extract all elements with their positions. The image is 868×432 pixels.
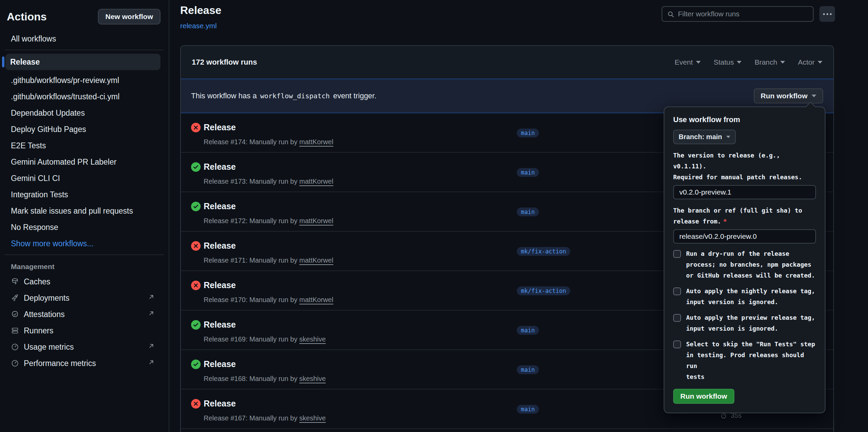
run-status-icon: [191, 399, 201, 409]
actions-page: Actions New workflow All workflows Relea…: [0, 0, 868, 432]
banner-text-prefix: This workflow has a: [191, 92, 257, 100]
sidebar-item-label: Usage metrics: [24, 343, 74, 352]
sidebar-item-no-response[interactable]: No Response: [0, 219, 169, 235]
ref-input[interactable]: [673, 229, 816, 244]
sidebar-item-runners[interactable]: Runners: [0, 322, 169, 339]
branch-badge[interactable]: main: [517, 326, 539, 335]
run-actor-link[interactable]: mattKorwel: [299, 138, 333, 146]
sidebar-item-performance-metrics[interactable]: Performance metrics: [0, 355, 169, 371]
dry-run-checkbox[interactable]: [673, 250, 681, 258]
run-description: Release #172: Manually run by mattKorwel: [204, 217, 333, 225]
workflow-file-link[interactable]: release.yml: [180, 22, 217, 30]
sidebar-item-attestations[interactable]: Attestations: [0, 306, 169, 322]
sidebar-item-integration-tests[interactable]: Integration Tests: [0, 186, 169, 203]
run-title-link[interactable]: Release: [204, 201, 236, 211]
sidebar-item-gemini-pr-labeler[interactable]: Gemini Automated PR Labeler: [0, 154, 169, 170]
branch-badge[interactable]: main: [517, 168, 539, 177]
sidebar-item-deployments[interactable]: Deployments: [0, 290, 169, 306]
run-title-link[interactable]: Release: [204, 162, 236, 172]
status-filter-dropdown[interactable]: Status: [714, 58, 742, 66]
run-title-link[interactable]: Release: [204, 241, 236, 251]
run-title-link[interactable]: Release: [204, 320, 236, 330]
run-description: Release #173: Manually run by mattKorwel: [204, 178, 333, 185]
run-title-link[interactable]: Release: [204, 359, 236, 369]
sidebar-item-deploy-github-pages[interactable]: Deploy GitHub Pages: [0, 121, 169, 137]
sidebar-item-release-wrap: Release: [5, 54, 160, 70]
branch-badge[interactable]: main: [517, 405, 539, 414]
new-workflow-button[interactable]: New workflow: [98, 9, 160, 24]
runs-filters: Event Status Branch Actor: [675, 58, 822, 66]
event-filter-dropdown[interactable]: Event: [675, 58, 701, 66]
sidebar-item-mark-stale[interactable]: Mark stale issues and pull requests: [0, 203, 169, 219]
x-circle-fill-icon: [191, 241, 201, 251]
workflow-dispatch-code: workflow_dispatch: [257, 92, 333, 100]
x-circle-fill-icon: [191, 281, 201, 290]
selected-indicator-bar: [2, 56, 4, 67]
run-actor-link[interactable]: mattKorwel: [299, 178, 333, 185]
sidebar-item-label: Caches: [24, 277, 50, 286]
sidebar-item-e2e-tests[interactable]: E2E Tests: [0, 137, 169, 154]
run-actor-link[interactable]: mattKorwel: [299, 217, 333, 225]
skip-tests-checkbox[interactable]: [673, 340, 681, 348]
run-actor-link[interactable]: skeshive: [299, 414, 326, 422]
branch-badge[interactable]: main: [517, 365, 539, 374]
chevron-down-icon: [812, 95, 816, 97]
run-description: Release #170: Manually run by mattKorwel: [204, 296, 333, 304]
sidebar-item-gemini-cli-ci[interactable]: Gemini CLI CI: [0, 170, 169, 186]
external-link-icon: [148, 342, 155, 352]
show-more-workflows-link[interactable]: Show more workflows...: [0, 235, 169, 252]
sidebar-item-release[interactable]: Release: [5, 54, 160, 70]
external-link-icon: [148, 310, 155, 319]
server-icon: [11, 327, 19, 335]
verified-icon: [11, 310, 19, 318]
chevron-down-icon: [780, 61, 785, 64]
run-title-link[interactable]: Release: [204, 399, 236, 409]
sidebar-item-pr-review[interactable]: .github/workflows/pr-review.yml: [0, 72, 169, 88]
run-actor-link[interactable]: mattKorwel: [299, 256, 333, 264]
run-workflow-dropdown-button[interactable]: Run workflow: [754, 88, 823, 103]
version-input-label: The version to release (e.g., v0.1.11). …: [673, 150, 816, 183]
nightly-tag-checkbox-row: Auto apply the nightly release tag, inpu…: [673, 286, 816, 308]
sidebar-item-all-workflows[interactable]: All workflows: [0, 31, 169, 47]
run-description: Release #174: Manually run by mattKorwel: [204, 138, 333, 146]
branch-badge[interactable]: mk/fix-action: [517, 247, 570, 256]
sidebar-item-trusted-ci[interactable]: .github/workflows/trusted-ci.yml: [0, 88, 169, 105]
external-link-icon: [148, 293, 155, 303]
preview-tag-checkbox[interactable]: [673, 314, 681, 322]
branch-filter-dropdown[interactable]: Branch: [754, 58, 785, 66]
sidebar-item-caches[interactable]: Caches: [0, 273, 169, 290]
meter-icon: [11, 343, 19, 351]
run-actor-link[interactable]: mattKorwel: [299, 296, 333, 303]
nightly-tag-checkbox[interactable]: [673, 287, 681, 295]
run-workflow-submit-button[interactable]: Run workflow: [673, 389, 734, 404]
branch-selector-button[interactable]: Branch: main: [673, 130, 736, 144]
chevron-down-icon: [696, 61, 701, 64]
run-actor-link[interactable]: skeshive: [299, 335, 326, 343]
sidebar-title: Actions: [7, 11, 47, 23]
dry-run-checkbox-row: Run a dry-run of the release process; no…: [673, 248, 816, 281]
runs-card-header: 172 workflow runs Event Status Branch Ac…: [181, 46, 833, 79]
search-icon: [667, 11, 675, 18]
branch-badge[interactable]: mk/fix-action: [517, 286, 570, 295]
run-description: Release #167: Manually run by skeshive: [204, 414, 326, 422]
branch-badge[interactable]: main: [517, 129, 539, 137]
run-status-icon: [191, 360, 201, 369]
actions-sidebar: Actions New workflow All workflows Relea…: [0, 0, 169, 432]
filter-workflow-runs-input[interactable]: [678, 7, 812, 21]
sidebar-item-dependabot-updates[interactable]: Dependabot Updates: [0, 105, 169, 121]
dry-run-checkbox-label: Run a dry-run of the release process; no…: [686, 248, 815, 281]
branch-badge[interactable]: main: [517, 207, 539, 216]
page-title: Release: [180, 4, 221, 17]
sidebar-item-usage-metrics[interactable]: Usage metrics: [0, 339, 169, 355]
run-title-link[interactable]: Release: [204, 122, 236, 132]
skip-tests-checkbox-row: Select to skip the "Run Tests" step in t…: [673, 339, 816, 382]
run-title-link[interactable]: Release: [204, 280, 236, 290]
run-status-icon: [191, 241, 201, 251]
run-status-icon: [191, 123, 201, 132]
page-options-kebab-button[interactable]: [819, 6, 835, 22]
chevron-down-icon: [726, 136, 730, 138]
actor-filter-dropdown[interactable]: Actor: [798, 58, 822, 66]
run-actor-link[interactable]: skeshive: [299, 375, 326, 382]
run-description: Release #169: Manually run by skeshive: [204, 335, 326, 343]
version-input[interactable]: [673, 185, 816, 199]
